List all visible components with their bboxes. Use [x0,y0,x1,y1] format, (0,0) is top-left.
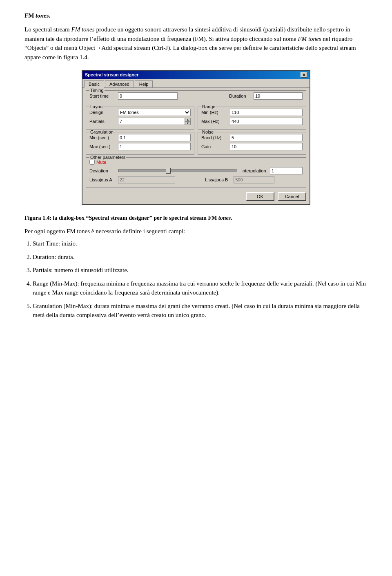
partials-spin-buttons: ▲ ▼ [185,118,191,125]
band-row: Band (Hz) [201,134,303,141]
min-hz-input[interactable] [230,109,303,116]
intro-list-text: Per ogni oggetto FM tones è necessario d… [24,228,368,235]
min-hz-label: Min (Hz) [201,110,230,115]
granulation-label: Granulation [89,129,114,134]
cancel-button[interactable]: Cancel [278,192,306,201]
gran-max-label: Max (sec.) [89,144,118,149]
partials-row: Partials ▲ ▼ [89,118,191,125]
gran-min-label: Min (sec.) [89,135,118,140]
deviation-row: Deviation Interpolation [89,167,303,174]
layout-label: Layout [89,104,105,109]
granulation-section: Granulation Min (sec.) Max (sec.) [86,132,194,155]
list-item-4: Range (Min-Max): frequenza minima e freq… [33,279,368,297]
partials-label: Partials [89,119,118,124]
lissajous-a-label: Lissajous A [89,177,118,182]
noise-section: Noise Band (Hz) Gain [198,132,306,155]
gran-min-row: Min (sec.) [89,134,191,141]
dialog-buttons: OK Cancel [86,190,306,201]
partials-spinner: ▲ ▼ [118,118,191,125]
gain-label: Gain [201,144,230,149]
duration-label: Duration [229,94,254,98]
spectral-stream-dialog: Spectral stream designer ✕ Basic Advance… [82,70,310,205]
dialog-tabs: Basic Advanced Help [82,79,310,87]
range-section: Range Min (Hz) Max (Hz) [198,107,306,129]
band-input[interactable] [230,134,303,141]
list-item-1: Start Time: inizio. [33,239,368,248]
granulation-noise-row: Granulation Min (sec.) Max (sec.) Noise … [86,132,306,157]
gran-min-input[interactable] [118,134,191,141]
lissajous-b-input[interactable] [234,176,274,183]
interpolation-input[interactable] [270,167,303,174]
duration-input[interactable] [254,92,303,100]
tab-advanced[interactable]: Advanced [105,80,134,87]
timing-label: Timing [89,88,105,93]
tab-help[interactable]: Help [135,80,153,87]
other-section: Other parameters Mute Deviation Interpol… [86,157,306,188]
design-select[interactable]: FM tones [118,109,191,116]
start-time-input[interactable] [118,92,178,100]
list-item-5: Granulation (Min-Max): durata minima e m… [33,301,368,320]
numbered-list: Start Time: inizio. Duration: durata. Pa… [33,239,368,320]
design-label: Design [89,110,118,115]
layout-range-row: Layout Design FM tones Partials [86,107,306,132]
design-dropdown-wrapper: FM tones [118,109,191,116]
timing-section: Timing Start time Duration [86,90,306,104]
gain-row: Gain [201,143,303,150]
dialog-body: Timing Start time Duration Layout Design [82,87,310,204]
list-item-2: Duration: durata. [33,252,368,262]
start-time-row: Start time Duration [89,92,303,100]
dialog-wrapper: Spectral stream designer ✕ Basic Advance… [24,70,368,205]
layout-section: Layout Design FM tones Partials [86,107,194,129]
deviation-slider-thumb[interactable] [166,168,171,174]
lissajous-row: Lissajous A Lissajous B [89,176,303,183]
dialog-title: Spectral stream designer [85,72,138,77]
gran-max-row: Max (sec.) [89,143,191,150]
max-hz-label: Max (Hz) [201,119,230,124]
gain-input[interactable] [230,143,303,150]
max-hz-row: Max (Hz) [201,118,303,125]
lissajous-a-input[interactable] [118,176,175,183]
noise-label: Noise [201,129,214,134]
tab-basic[interactable]: Basic [84,80,104,88]
mute-label: Mute [96,160,106,165]
ok-button[interactable]: OK [246,192,274,201]
lissajous-b-label: Lissajous B [205,177,234,182]
partials-spin-down[interactable]: ▼ [185,121,191,125]
gran-max-input[interactable] [118,143,191,150]
deviation-label: Deviation [89,168,118,173]
min-hz-row: Min (Hz) [201,109,303,116]
dialog-titlebar: Spectral stream designer ✕ [82,71,310,79]
figure-caption: Figura 1.4: la dialog-box “Spectral stre… [24,215,368,221]
deviation-slider-track[interactable] [118,170,237,172]
close-button[interactable]: ✕ [301,72,307,78]
band-label: Band (Hz) [201,135,230,140]
partials-input[interactable] [118,118,185,125]
mute-row: Mute [89,159,303,165]
other-label: Other parameters [89,155,126,160]
mute-checkbox[interactable] [89,159,95,165]
start-time-label: Start time [89,94,118,98]
max-hz-input[interactable] [230,118,303,125]
page-title: FM tones. [24,12,368,19]
paragraph-1: Lo spectral stream FM tones produce un o… [24,25,368,62]
range-label: Range [201,104,216,109]
design-row: Design FM tones [89,109,191,116]
interpolation-label: Interpolation [237,168,270,173]
partials-spin-up[interactable]: ▲ [185,118,191,121]
list-item-3: Partials: numero di sinusoidi utilizzate… [33,266,368,275]
